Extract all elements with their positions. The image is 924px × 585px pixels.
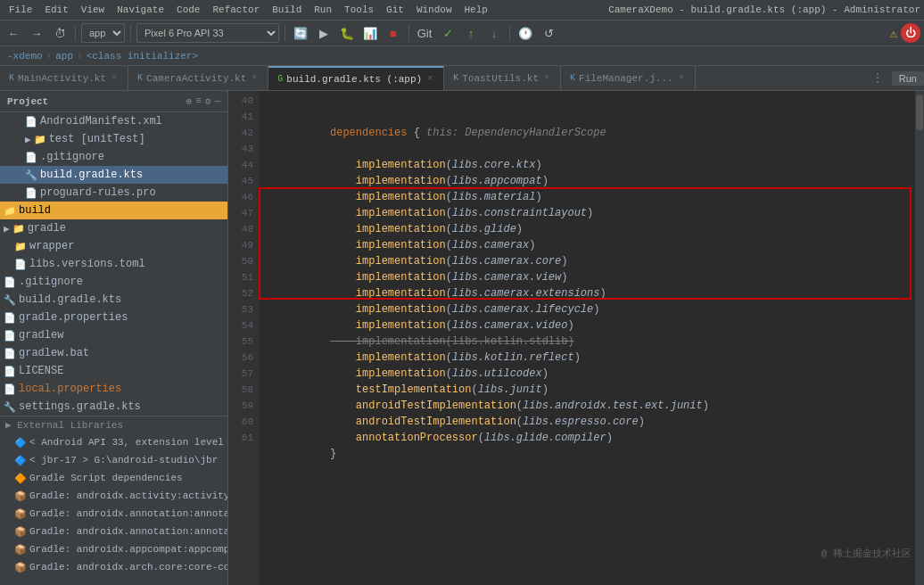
- debug-button[interactable]: 🐛: [337, 23, 357, 43]
- tab-close-filemanager[interactable]: ×: [677, 72, 686, 84]
- sidebar-item-buildgradle-app[interactable]: 🔧 build.gradle.kts: [0, 166, 227, 184]
- gradle-script-icon: 🔶: [14, 473, 27, 484]
- gradle-appcompat-icon: 📦: [14, 544, 27, 556]
- sidebar-item-gradle-appcompat-label: Gradle: androidx.appcompat:appcompat:...: [29, 544, 227, 555]
- code-editor[interactable]: dependencies { this: DependencyHandlerSc…: [259, 91, 915, 585]
- tab-close-cameraactivity[interactable]: ×: [250, 72, 259, 84]
- jbr-icon: 🔷: [14, 455, 27, 466]
- sidebar-item-gradle-script-deps[interactable]: 🔶 Gradle Script dependencies: [0, 469, 227, 487]
- scrollbar-thumb[interactable]: [916, 95, 923, 130]
- sync-button[interactable]: 🔄: [291, 23, 310, 43]
- breadcrumb-class[interactable]: <class initializer>: [87, 51, 198, 62]
- menu-edit[interactable]: Edit: [39, 3, 73, 17]
- tab-buildgradle[interactable]: G build.gradle.kts (:app) ×: [268, 66, 444, 90]
- sidebar-item-androidmanifest[interactable]: 📄 AndroidManifest.xml: [0, 112, 227, 130]
- undo-button[interactable]: ↺: [539, 23, 558, 43]
- sidebar-item-local-props[interactable]: 📄 local.properties: [0, 380, 227, 398]
- git-up[interactable]: ↑: [461, 23, 481, 43]
- sidebar-item-libs-toml[interactable]: 📄 libs.versions.toml: [0, 255, 227, 273]
- line-num-48: 48: [228, 221, 253, 237]
- sep1: [75, 25, 76, 41]
- sidebar-item-gitignore-app[interactable]: 📄 .gitignore: [0, 148, 227, 166]
- sidebar-icon-1[interactable]: ⊕: [186, 95, 193, 107]
- code-line-49: implementation(libs.camerax.core): [266, 237, 908, 253]
- sidebar-item-build[interactable]: 📁 build: [0, 202, 227, 219]
- tabs-more-button[interactable]: ⋮: [867, 66, 888, 90]
- sidebar-item-ext-libs[interactable]: ▶ External Libraries: [0, 416, 227, 433]
- sidebar-item-gradle-annotation1[interactable]: 📦 Gradle: androidx.annotation:annotation…: [0, 505, 227, 523]
- menu-bar: File Edit View Navigate Code Refactor Bu…: [0, 0, 924, 20]
- tab-label-buildgradle: build.gradle.kts (:app): [286, 74, 422, 85]
- run-button[interactable]: ▶: [314, 23, 334, 43]
- menu-file[interactable]: File: [4, 3, 37, 17]
- sidebar-item-gradle-appcompat[interactable]: 📦 Gradle: androidx.appcompat:appcompat:.…: [0, 540, 227, 558]
- menu-build[interactable]: Build: [267, 3, 307, 17]
- android-api-icon: 🔷: [14, 437, 27, 449]
- tab-toastutils[interactable]: K ToastUtils.kt ×: [444, 66, 561, 90]
- sidebar-item-gradlew[interactable]: 📄 gradlew: [0, 326, 227, 344]
- sidebar-item-test[interactable]: ▶ 📁 test [unitTest]: [0, 130, 227, 148]
- sidebar-item-wrapper[interactable]: 📁 wrapper: [0, 237, 227, 255]
- sidebar-item-gradle-annotation2[interactable]: 📦 Gradle: androidx.annotation:annotation…: [0, 523, 227, 540]
- sidebar-icon-4[interactable]: —: [214, 95, 220, 107]
- profile-button[interactable]: 📊: [360, 23, 380, 43]
- sidebar-item-buildgradle-root[interactable]: 🔧 build.gradle.kts: [0, 291, 227, 309]
- sidebar-item-gradle-arch[interactable]: 📦 Gradle: androidx.arch.core:core-commc.…: [0, 558, 227, 576]
- menu-code[interactable]: Code: [171, 3, 205, 17]
- git-down[interactable]: ↓: [484, 23, 504, 43]
- line-num-49: 49: [228, 237, 253, 253]
- scrollbar-right[interactable]: [915, 91, 924, 585]
- device-dropdown[interactable]: Pixel 6 Pro API 33: [136, 23, 279, 43]
- menu-refactor[interactable]: Refactor: [207, 3, 265, 17]
- sidebar-item-gradlew-bat[interactable]: 📄 gradlew.bat: [0, 344, 227, 362]
- code-line-50: implementation(libs.camerax.view): [266, 253, 908, 269]
- menu-git[interactable]: Git: [381, 3, 409, 17]
- folder-icon: ▶: [25, 134, 31, 145]
- sidebar-item-gradle-props[interactable]: 📄 gradle.properties: [0, 309, 227, 326]
- history-button[interactable]: ⏱: [50, 23, 70, 43]
- tab-filemanager[interactable]: K FileManager.j... ×: [561, 66, 696, 90]
- power-icon[interactable]: ⏻: [901, 23, 920, 43]
- sidebar-item-gradle[interactable]: ▶ 📁 gradle: [0, 219, 227, 237]
- sidebar-item-jbr[interactable]: 🔷 < jbr-17 > G:\android-studio\jbr: [0, 451, 227, 469]
- gradle-arch-icon: 📦: [14, 562, 27, 573]
- sidebar-item-license[interactable]: 📄 LICENSE: [0, 362, 227, 380]
- sidebar-icon-2[interactable]: ≡: [195, 95, 202, 107]
- sidebar-item-proguard[interactable]: 📄 proguard-rules.pro: [0, 184, 227, 202]
- code-line-45: implementation(libs.material): [266, 173, 908, 189]
- tab-icon-cameraactivity: K: [137, 73, 143, 83]
- line-num-60: 60: [228, 414, 253, 430]
- gitignore-root-icon: 📄: [4, 276, 16, 288]
- run-label-button[interactable]: Run: [892, 71, 924, 86]
- sidebar-item-gitignore-root[interactable]: 📄 .gitignore: [0, 273, 227, 291]
- sidebar-item-android-api[interactable]: 🔷 < Android API 33, extension level 3 Pl…: [0, 433, 227, 451]
- forward-button[interactable]: →: [27, 23, 46, 43]
- back-button[interactable]: ←: [4, 23, 23, 43]
- tab-close-mainactivity[interactable]: ×: [110, 72, 119, 84]
- breadcrumb-root[interactable]: -xdemo: [7, 51, 43, 62]
- menu-window[interactable]: Window: [411, 3, 458, 17]
- tab-close-toastutils[interactable]: ×: [542, 72, 551, 84]
- tab-cameraactivity[interactable]: K CameraActivity.kt ×: [128, 66, 268, 90]
- line-num-61: 61: [228, 430, 253, 446]
- menu-view[interactable]: View: [76, 3, 110, 17]
- menu-help[interactable]: Help: [459, 3, 493, 17]
- menu-run[interactable]: Run: [309, 3, 337, 17]
- app-dropdown[interactable]: app: [81, 23, 125, 43]
- menu-navigate[interactable]: Navigate: [111, 3, 169, 17]
- gradle-icon: 🔧: [25, 169, 37, 181]
- tab-close-buildgradle[interactable]: ×: [425, 73, 434, 85]
- sidebar-icon-3[interactable]: ⚙: [205, 95, 211, 107]
- clock-button[interactable]: 🕐: [516, 23, 535, 43]
- menu-tools[interactable]: Tools: [339, 3, 379, 17]
- tab-mainactivity[interactable]: K MainActivity.kt ×: [0, 66, 128, 90]
- line-num-52: 52: [228, 285, 253, 301]
- line-num-58: 58: [228, 382, 253, 398]
- code-line-51: implementation(libs.camerax.extensions): [266, 269, 908, 285]
- stop-button[interactable]: ■: [384, 23, 403, 43]
- git-button[interactable]: Git: [415, 23, 434, 43]
- breadcrumb-app[interactable]: app: [55, 51, 73, 62]
- sidebar-item-gradle-activity[interactable]: 📦 Gradle: androidx.activity:activity:1.6…: [0, 487, 227, 505]
- git-check[interactable]: ✓: [438, 23, 458, 43]
- sidebar-item-settings-gradle[interactable]: 🔧 settings.gradle.kts: [0, 398, 227, 416]
